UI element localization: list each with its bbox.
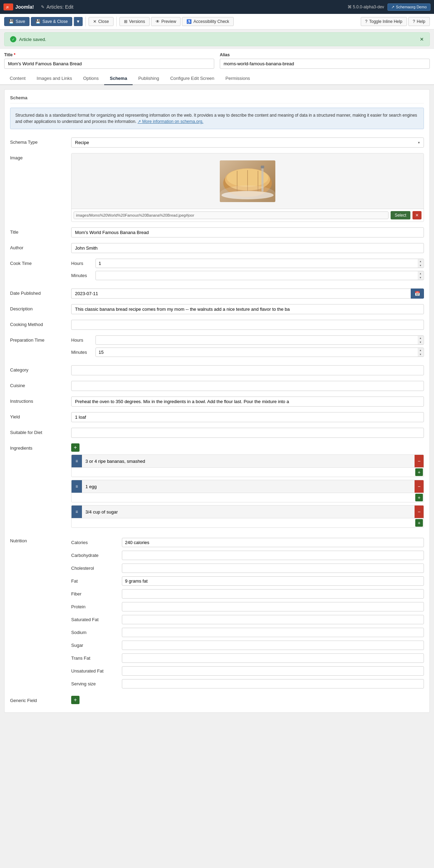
cuisine-input[interactable] [71,381,424,391]
save-button[interactable]: 💾 Save [4,17,30,26]
cook-minutes-row: Minutes ▲ ▼ [71,271,424,280]
ingredient-1-drag-handle[interactable]: ≡ [72,455,82,467]
alias-input[interactable] [220,59,430,69]
cooking-method-label: Cooking Method [10,320,66,327]
title-alias-section: Title * Alias [0,49,434,72]
image-path: images/Moms%20World%20Famous%20Banana%20… [74,211,389,219]
tab-content[interactable]: Content [4,72,31,85]
tab-images-links[interactable]: Images and Links [31,72,78,85]
ingredient-2-header: ≡ − [72,480,424,493]
nutrition-sodium-input[interactable] [122,628,424,637]
help-button[interactable]: ? Help [408,17,430,26]
preview-icon: 👁 [156,19,160,24]
instructions-input[interactable] [71,397,424,407]
recipe-title-input[interactable] [71,227,424,237]
prep-hours-input[interactable] [95,335,424,345]
image-clear-button[interactable]: ✕ [412,211,422,219]
ingredient-1-remove-button[interactable]: − [415,455,424,467]
tab-options[interactable]: Options [77,72,104,85]
nutrition-sugar-input[interactable] [122,641,424,650]
close-button[interactable]: ✕ Close [89,17,114,26]
versions-button[interactable]: ⊞ Versions [119,17,150,26]
nutrition-protein-input[interactable] [122,602,424,611]
ingredient-1-input[interactable] [82,457,415,466]
schema-panel-title: Schema [10,95,424,103]
ingredient-3-header: ≡ − [72,506,424,518]
yield-row: Yield [10,409,424,425]
category-input[interactable] [71,365,424,375]
date-published-input[interactable] [71,289,411,299]
tab-configure-edit[interactable]: Configure Edit Screen [165,72,220,85]
title-input[interactable] [4,59,214,69]
ingredient-1-footer: + [72,468,424,477]
cook-hours-input[interactable] [95,259,424,268]
add-generic-field-button[interactable]: + [71,696,80,704]
ingredients-label: Ingredients [10,443,66,451]
cook-minutes-down[interactable]: ▼ [418,276,423,280]
tab-schema[interactable]: Schema [104,72,133,85]
category-row: Category [10,362,424,378]
preview-button[interactable]: 👁 Preview [151,17,181,26]
schema-org-link[interactable]: ↗ More information on schema.org. [137,119,203,124]
prep-hours-up[interactable]: ▲ [418,336,423,340]
generic-field-row: Generic Field + [10,693,424,707]
save-dropdown-button[interactable]: ▼ [74,17,83,26]
ingredient-2-add-sub-button[interactable]: + [415,494,423,501]
nutrition-carbohydrate-input[interactable] [122,551,424,560]
svg-rect-10 [261,166,264,168]
cook-minutes-up[interactable]: ▲ [418,271,423,276]
ingredient-3-add-sub-button[interactable]: + [415,519,423,527]
nutrition-trans-fat-input[interactable] [122,653,424,663]
nutrition-unsaturated-fat-input[interactable] [122,666,424,676]
nutrition-sugar-row: Sugar [71,639,424,652]
cook-minutes-input[interactable] [95,271,424,280]
ingredient-3-remove-button[interactable]: − [415,506,424,518]
description-input[interactable] [71,304,424,314]
add-ingredient-button[interactable]: + [71,443,80,452]
alert-close-button[interactable]: ✕ [420,36,424,42]
tab-publishing[interactable]: Publishing [133,72,165,85]
generic-field-content: + [71,696,424,704]
prep-minutes-down[interactable]: ▼ [418,352,423,357]
yield-input[interactable] [71,412,424,422]
author-input[interactable] [71,243,424,253]
recipe-title-label: Title [10,227,66,235]
nutrition-fiber-input[interactable] [122,589,424,599]
image-select-button[interactable]: Select [391,211,410,219]
ingredient-2-input[interactable] [82,482,415,491]
nutrition-cholesterol-input[interactable] [122,564,424,573]
prep-hours-down[interactable]: ▼ [418,340,423,345]
prep-minutes-input[interactable] [95,348,424,357]
author-content [71,243,424,253]
alias-label: Alias [220,52,430,57]
ingredient-3-drag-handle[interactable]: ≡ [72,506,82,518]
versions-icon: ⊞ [124,19,127,24]
nutrition-saturated-fat-input[interactable] [122,615,424,624]
nutrition-serving-size-input[interactable] [122,679,424,688]
nutrition-calories-input[interactable] [122,538,424,547]
ingredient-2-remove-button[interactable]: − [415,480,424,493]
save-close-button[interactable]: 💾 Save & Close [31,17,72,26]
prep-minutes-up[interactable]: ▲ [418,348,423,352]
ingredient-1-add-sub-button[interactable]: + [415,468,423,476]
cook-hours-down[interactable]: ▼ [418,264,423,268]
tabs-bar: Content Images and Links Options Schema … [0,72,434,85]
ingredient-3-input[interactable] [82,507,415,517]
nutrition-fat-input[interactable] [122,576,424,586]
cook-minutes-label: Minutes [71,273,92,278]
nutrition-row: Nutrition Calories Carbohydrate Choleste… [10,533,424,693]
category-content [71,365,424,375]
demo-button[interactable]: ↗ Schemaorg Demo [387,3,431,11]
toggle-help-button[interactable]: ? Toggle Inline Help [361,17,407,26]
prep-minutes-arrows: ▲ ▼ [418,348,423,357]
cooking-method-input[interactable] [71,320,424,330]
description-content [71,304,424,314]
schema-type-select[interactable]: Recipe [71,137,424,148]
cook-hours-up[interactable]: ▲ [418,259,423,264]
suitable-diet-input[interactable] [71,428,424,438]
nutrition-trans-fat-row: Trans Fat [71,652,424,665]
accessibility-button[interactable]: ♿ Accessibility Check [182,17,234,26]
ingredient-2-drag-handle[interactable]: ≡ [72,480,82,493]
date-calendar-button[interactable]: 📅 [411,289,424,299]
tab-permissions[interactable]: Permissions [220,72,256,85]
